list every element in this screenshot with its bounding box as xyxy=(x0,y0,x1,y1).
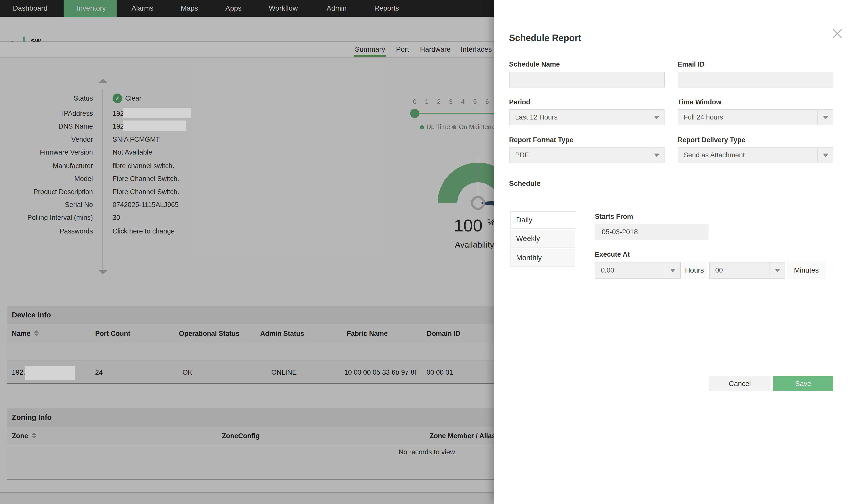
redaction-box-ip xyxy=(123,108,191,118)
redaction-box-dns xyxy=(123,121,186,131)
execute-minutes-dropdown[interactable]: 00 xyxy=(709,262,785,278)
chevron-down-icon[interactable] xyxy=(817,147,833,163)
report-delivery-dropdown[interactable]: Send as Attachment xyxy=(678,147,833,163)
modal-title: Schedule Report xyxy=(509,33,581,43)
hours-value: 0.00 xyxy=(601,263,614,278)
schedule-tab-monthly[interactable]: Monthly xyxy=(510,249,575,267)
execute-at-label: Execute At xyxy=(595,251,630,258)
close-icon[interactable] xyxy=(832,28,843,39)
period-label: Period xyxy=(509,98,530,106)
save-button[interactable]: Save xyxy=(773,376,833,391)
period-dropdown[interactable]: Last 12 Hours xyxy=(509,109,664,125)
chevron-down-icon[interactable] xyxy=(648,110,664,125)
execute-hours-dropdown[interactable]: 0.00 xyxy=(595,262,681,278)
schedule-name-label: Schedule Name xyxy=(509,60,560,68)
chevron-down-icon[interactable] xyxy=(769,263,785,278)
report-format-dropdown[interactable]: PDF xyxy=(509,147,664,163)
report-format-label: Report Format Type xyxy=(509,136,573,144)
schedule-report-modal: Schedule Report Schedule Name Email ID P… xyxy=(494,0,848,504)
schedule-tab-weekly[interactable]: Weekly xyxy=(510,230,575,248)
chevron-down-icon[interactable] xyxy=(648,147,664,163)
chevron-down-icon[interactable] xyxy=(665,263,680,278)
time-window-label: Time Window xyxy=(678,98,721,106)
time-window-value: Full 24 hours xyxy=(684,110,723,125)
hours-unit-label: Hours xyxy=(682,262,707,278)
starts-from-input[interactable]: 05-03-2018 xyxy=(595,223,708,240)
email-id-input[interactable] xyxy=(678,72,833,88)
report-format-value: PDF xyxy=(515,147,529,163)
tab-label: Monthly xyxy=(516,249,542,266)
schedule-name-input[interactable] xyxy=(509,72,665,88)
email-id-label: Email ID xyxy=(678,60,705,68)
minutes-unit-label: Minutes xyxy=(787,262,826,278)
tab-label: Daily xyxy=(516,212,532,228)
minutes-value: 00 xyxy=(715,263,723,278)
schedule-heading: Schedule xyxy=(509,180,540,187)
tab-label: Weekly xyxy=(516,230,540,247)
starts-from-label: Starts From xyxy=(595,213,633,221)
time-window-dropdown[interactable]: Full 24 hours xyxy=(678,109,833,125)
schedule-tab-daily[interactable]: Daily xyxy=(510,211,576,229)
redaction-box-name xyxy=(25,366,75,380)
page: Dashboard Inventory Alarms Maps Apps Wor… xyxy=(0,0,848,504)
report-delivery-value: Send as Attachment xyxy=(684,147,745,163)
period-value: Last 12 Hours xyxy=(515,110,557,125)
report-delivery-label: Report Delivery Type xyxy=(678,136,745,144)
cancel-button[interactable]: Cancel xyxy=(709,376,771,391)
chevron-down-icon[interactable] xyxy=(817,110,833,125)
